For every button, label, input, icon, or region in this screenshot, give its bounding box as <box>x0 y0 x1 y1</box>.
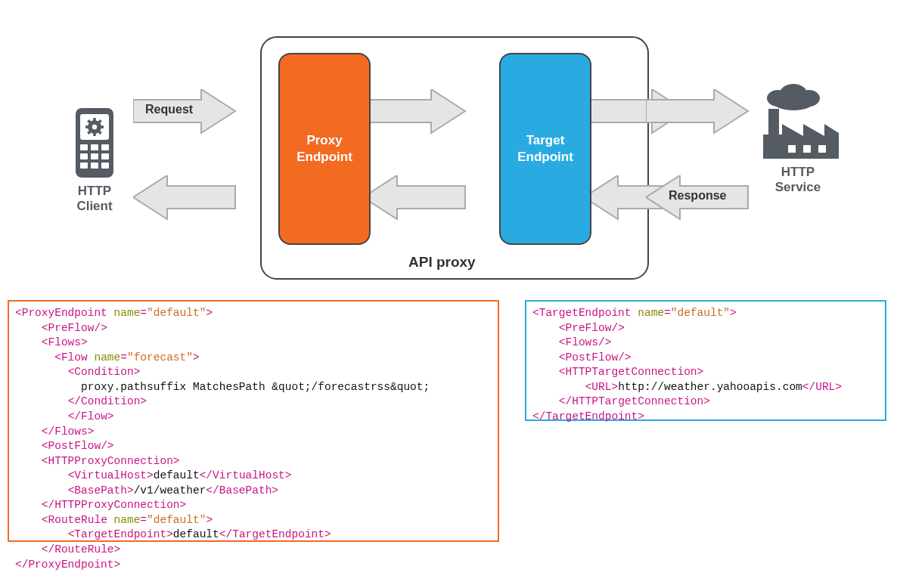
svg-rect-7 <box>100 125 104 128</box>
svg-rect-18 <box>80 162 88 169</box>
svg-rect-12 <box>80 144 88 150</box>
svg-rect-26 <box>788 145 796 153</box>
http-client-icon <box>68 108 121 178</box>
svg-rect-28 <box>818 145 826 153</box>
svg-rect-14 <box>101 144 109 150</box>
arrow-response-1 <box>133 175 254 221</box>
arrow-response-2 <box>363 175 484 221</box>
svg-rect-16 <box>91 153 98 159</box>
diagram-root: HTTP Client HTTP Service API proxy <box>0 0 897 588</box>
request-label: Request <box>145 103 193 116</box>
response-label: Response <box>669 189 726 203</box>
svg-point-3 <box>92 125 97 129</box>
svg-rect-15 <box>80 153 88 159</box>
api-proxy-label: API proxy <box>408 254 476 271</box>
target-endpoint-xml: <TargetEndpoint name="default"> <PreFlow… <box>525 300 886 421</box>
target-endpoint-box: Target Endpoint <box>499 53 591 245</box>
svg-rect-17 <box>101 153 109 159</box>
arrow-request-5 <box>646 89 767 135</box>
svg-rect-4 <box>93 118 96 122</box>
svg-point-24 <box>772 92 815 110</box>
svg-rect-19 <box>91 162 98 169</box>
proxy-endpoint-box: Proxy Endpoint <box>278 53 371 245</box>
http-service-label: HTTP Service <box>756 165 840 195</box>
svg-rect-20 <box>101 162 109 169</box>
proxy-endpoint-xml: <ProxyEndpoint name="default"> <PreFlow/… <box>8 300 499 542</box>
svg-rect-27 <box>803 145 811 153</box>
http-client-label: HTTP Client <box>68 184 121 214</box>
svg-rect-6 <box>85 125 89 128</box>
svg-rect-5 <box>93 132 96 136</box>
svg-rect-13 <box>91 144 98 150</box>
arrow-request-2 <box>363 89 484 135</box>
